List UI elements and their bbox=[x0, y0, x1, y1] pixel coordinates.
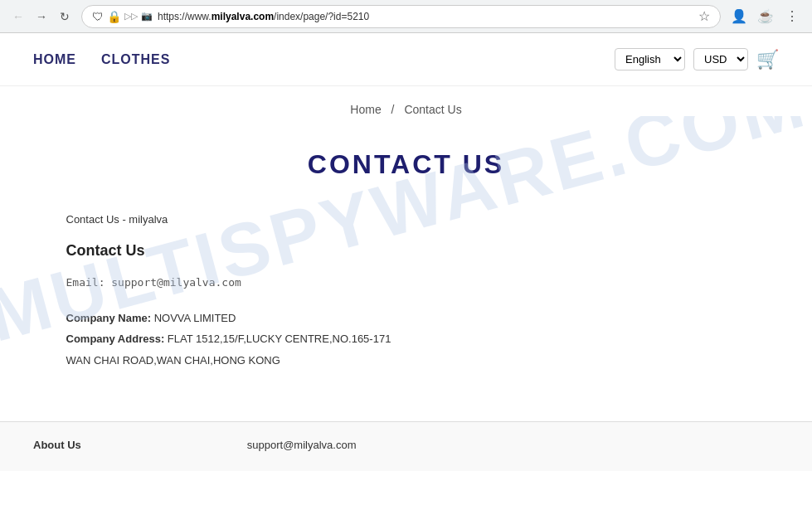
more-button[interactable]: ⋮ bbox=[780, 5, 804, 28]
site-navbar: HOME CLOTHES English French Spanish USD … bbox=[0, 33, 812, 86]
company-address-value: FLAT 1512,15/F,LUCKY CENTRE,NO.165-171 bbox=[168, 333, 391, 345]
company-address-line2: WAN CHAI ROAD,WAN CHAI,HONG KONG bbox=[66, 351, 746, 370]
nav-right: English French Spanish USD EUR GBP 🛒 bbox=[615, 48, 779, 70]
footer-col-contact: support@milyalva.com bbox=[247, 439, 357, 454]
domain-highlight: milyalva.com bbox=[212, 11, 274, 22]
star-icon[interactable]: ☆ bbox=[698, 8, 710, 24]
back-button[interactable]: ← bbox=[8, 7, 28, 27]
browser-chrome: ← → ↻ 🛡 🔒 ▷▷ 📷 https://www.milyalva.com/… bbox=[0, 0, 812, 33]
browser-action-buttons: 👤 ☕ ⋮ bbox=[727, 5, 804, 28]
tracking-icon: ▷▷ bbox=[124, 11, 138, 22]
nav-links: HOME CLOTHES bbox=[33, 52, 170, 67]
language-select[interactable]: English French Spanish bbox=[615, 48, 685, 70]
profile-button[interactable]: 👤 bbox=[727, 5, 751, 28]
page-subtitle: Contact Us - milyalva bbox=[66, 213, 746, 226]
breadcrumb: Home / Contact Us bbox=[0, 86, 812, 133]
main-content: CONTACT US Contact Us - milyalva Contact… bbox=[33, 133, 780, 421]
address-bar-security-icons: 🛡 🔒 ▷▷ 📷 bbox=[92, 10, 153, 23]
nav-home[interactable]: HOME bbox=[33, 52, 76, 67]
shield-icon: 🛡 bbox=[92, 10, 104, 23]
email-line: Email: support@milyalva.com bbox=[66, 276, 746, 289]
company-name-label: Company Name: bbox=[66, 312, 152, 324]
contact-heading: Contact Us bbox=[66, 242, 746, 260]
company-name-line: Company Name: NOVVA LIMITED bbox=[66, 308, 746, 328]
company-info: Company Name: NOVVA LIMITED Company Addr… bbox=[66, 308, 746, 370]
browser-nav-buttons: ← → ↻ bbox=[8, 7, 75, 27]
company-address-label: Company Address: bbox=[66, 333, 165, 345]
lock-icon: 🔒 bbox=[107, 10, 121, 23]
footer-col-about: About Us bbox=[33, 439, 81, 454]
reload-button[interactable]: ↻ bbox=[55, 7, 75, 27]
address-bar-url: https://www.milyalva.com/index/page/?id=… bbox=[158, 11, 693, 22]
email-label: Email: bbox=[66, 276, 105, 289]
video-icon: 📷 bbox=[141, 11, 153, 22]
forward-button[interactable]: → bbox=[32, 7, 51, 27]
address-bar[interactable]: 🛡 🔒 ▷▷ 📷 https://www.milyalva.com/index/… bbox=[81, 5, 721, 28]
email-address: support@milyalva.com bbox=[111, 276, 241, 289]
footer-about-title: About Us bbox=[33, 439, 81, 451]
breadcrumb-separator: / bbox=[391, 103, 395, 116]
currency-select[interactable]: USD EUR GBP bbox=[693, 48, 748, 70]
page-title: CONTACT US bbox=[66, 149, 746, 180]
company-name-value: NOVVA LIMITED bbox=[154, 312, 236, 324]
cart-button[interactable]: 🛒 bbox=[756, 49, 779, 70]
company-address-line1: Company Address: FLAT 1512,15/F,LUCKY CE… bbox=[66, 329, 746, 348]
footer-email: support@milyalva.com bbox=[247, 439, 357, 451]
extensions-button[interactable]: ☕ bbox=[754, 5, 777, 28]
breadcrumb-home-link[interactable]: Home bbox=[350, 103, 381, 116]
site-footer: About Us support@milyalva.com bbox=[0, 421, 812, 471]
nav-clothes[interactable]: CLOTHES bbox=[101, 52, 170, 67]
breadcrumb-current: Contact Us bbox=[404, 103, 461, 116]
